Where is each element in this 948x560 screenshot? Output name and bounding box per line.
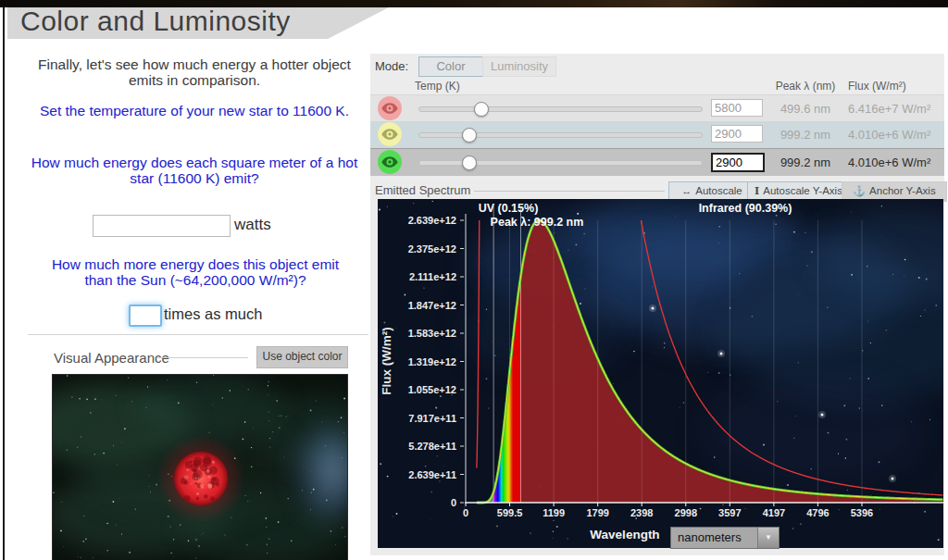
mode-label: Mode: <box>375 59 408 73</box>
peak-wavelength-value: 999.2 nm <box>767 156 844 169</box>
wavelength-unit-value: nanometers <box>678 530 742 544</box>
spectrum-chart[interactable]: 0599.51199179923982998359741974796539602… <box>378 199 943 548</box>
times-as-much-label: times as much <box>164 305 262 323</box>
svg-text:1.319e+12: 1.319e+12 <box>408 356 456 367</box>
star-appearance-image <box>53 375 347 560</box>
color-luminosity-app: Color and Luminosity Finally, let's see … <box>0 0 948 560</box>
mode-tab-color[interactable]: Color <box>418 56 483 77</box>
svg-text:Peak λ: 999.2 nm: Peak λ: 999.2 nm <box>491 216 584 229</box>
emitted-spectrum-rule <box>474 191 665 192</box>
svg-text:3597: 3597 <box>718 507 741 518</box>
star-row-red: 499.6 nm 6.416e+7 W/m² <box>370 94 944 122</box>
svg-text:Infrared (90.39%): Infrared (90.39%) <box>699 202 792 215</box>
spectrum-plot[interactable]: 0599.51199179923982998359741974796539602… <box>378 199 943 548</box>
temperature-input[interactable] <box>711 153 765 172</box>
star-row-yellow: 999.2 nm 4.010e+6 W/m² <box>370 121 944 148</box>
svg-text:599.5: 599.5 <box>497 507 523 518</box>
svg-text:2.639e+12: 2.639e+12 <box>408 215 456 226</box>
nebula-star-graphic <box>53 375 347 560</box>
svg-text:Flux (W/m²): Flux (W/m²) <box>380 327 393 395</box>
question-energy-text: How much energy does each square meter o… <box>26 155 363 186</box>
dropdown-arrow-icon: ▼ <box>757 528 779 548</box>
svg-text:0: 0 <box>451 497 456 508</box>
visual-appearance-title: Visual Appearance <box>54 350 169 366</box>
visibility-eye-icon[interactable] <box>378 122 402 146</box>
autoscale-y-icon: I <box>755 185 759 197</box>
slider-thumb[interactable] <box>462 128 477 143</box>
svg-text:5396: 5396 <box>851 507 873 518</box>
svg-text:1.583e+12: 1.583e+12 <box>408 328 456 339</box>
times-as-much-input[interactable] <box>129 305 162 327</box>
svg-text:4197: 4197 <box>763 507 785 518</box>
temperature-input[interactable] <box>711 99 763 117</box>
instruction-text: Set the temperature of your new star to … <box>37 103 352 118</box>
watts-input[interactable] <box>93 215 231 237</box>
svg-text:2.111e+12: 2.111e+12 <box>409 271 456 282</box>
temperature-slider[interactable] <box>418 160 703 166</box>
temperature-input[interactable] <box>711 125 763 143</box>
simulator-panel: Mode: Color Luminosity Temp (K) Peak λ (… <box>370 54 944 555</box>
svg-text:1.847e+12: 1.847e+12 <box>408 300 456 311</box>
question-compare-text: How much more energy does this object em… <box>40 256 351 288</box>
star-row-green-selected: 999.2 nm 4.010e+6 W/m² <box>370 148 944 176</box>
visual-appearance-rule <box>157 357 248 358</box>
watts-label: watts <box>234 216 271 234</box>
flux-value: 6.416e+7 W/m² <box>848 102 930 116</box>
mode-tab-luminosity[interactable]: Luminosity <box>482 56 556 77</box>
svg-text:4796: 4796 <box>806 507 829 518</box>
temperature-slider[interactable] <box>418 132 703 138</box>
visibility-eye-icon[interactable] <box>378 150 402 174</box>
column-header-temp: Temp (K) <box>415 80 460 93</box>
slider-thumb[interactable] <box>462 156 477 170</box>
page-title: Color and Luminosity <box>20 6 291 37</box>
svg-text:1.055e+12: 1.055e+12 <box>408 384 456 395</box>
svg-text:1199: 1199 <box>543 507 565 518</box>
flux-value: 4.010e+6 W/m² <box>848 156 930 169</box>
autoscale-x-icon: ↔ <box>681 185 692 196</box>
svg-text:2.639e+11: 2.639e+11 <box>408 469 456 480</box>
svg-text:2998: 2998 <box>675 507 697 518</box>
svg-text:Wavelength: Wavelength <box>590 528 659 541</box>
use-object-color-button[interactable]: Use object color <box>256 346 348 368</box>
peak-wavelength-value: 999.2 nm <box>767 128 844 142</box>
svg-text:2398: 2398 <box>630 507 653 518</box>
left-border-line <box>3 7 5 560</box>
section-divider <box>28 334 368 335</box>
svg-text:2.375e+12: 2.375e+12 <box>408 243 456 255</box>
intro-text: Finally, let's see how much energy a hot… <box>28 56 361 88</box>
svg-text:5.278e+11: 5.278e+11 <box>408 441 456 452</box>
anchor-icon: ⚓ <box>853 185 866 196</box>
slider-thumb[interactable] <box>474 102 489 117</box>
temperature-slider[interactable] <box>418 106 703 112</box>
svg-text:0: 0 <box>463 507 468 518</box>
window-top-edge <box>0 0 948 7</box>
svg-text:1799: 1799 <box>586 507 608 518</box>
flux-value: 4.010e+6 W/m² <box>848 128 930 142</box>
page-title-banner: Color and Luminosity <box>7 7 389 39</box>
svg-text:UV (0.15%): UV (0.15%) <box>479 202 539 215</box>
column-header-flux: Flux (W/m²) <box>848 80 906 93</box>
emitted-spectrum-title: Emitted Spectrum <box>375 183 470 197</box>
peak-wavelength-value: 499.6 nm <box>767 102 844 116</box>
visibility-eye-icon[interactable] <box>378 96 402 120</box>
column-header-peak: Peak λ (nm) <box>767 80 844 93</box>
wavelength-unit-dropdown[interactable]: nanometers ▼ <box>670 527 780 549</box>
svg-text:7.917e+11: 7.917e+11 <box>408 413 456 424</box>
